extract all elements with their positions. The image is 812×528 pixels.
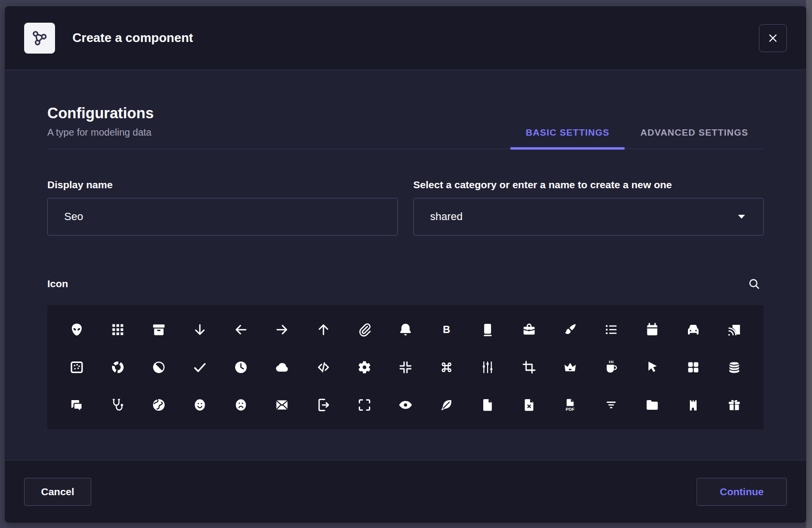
arrow-right-icon[interactable] <box>274 321 290 338</box>
emotion-happy-icon[interactable] <box>192 397 208 413</box>
bullet-list-icon[interactable] <box>603 321 619 338</box>
gift-icon[interactable] <box>726 397 742 413</box>
check-icon[interactable] <box>192 359 208 375</box>
category-label: Select a category or enter a name to cre… <box>413 179 764 191</box>
emotion-unhappy-icon[interactable] <box>233 397 249 413</box>
archive-icon[interactable] <box>151 321 167 338</box>
filter-icon[interactable] <box>603 397 619 413</box>
close-icon <box>767 32 779 44</box>
form-row: Display name Select a category or enter … <box>47 179 764 236</box>
display-name-label: Display name <box>47 179 398 191</box>
calendar-icon[interactable] <box>644 321 660 338</box>
apps-icon[interactable] <box>110 321 126 338</box>
svg-text:B: B <box>443 324 450 335</box>
chart-circle-icon[interactable] <box>110 359 126 375</box>
section-head: Configurations A type for modeling data … <box>47 70 764 149</box>
cup-icon[interactable] <box>603 359 619 375</box>
database-icon[interactable] <box>726 359 742 375</box>
cast-icon[interactable] <box>726 321 742 338</box>
cloud-icon[interactable] <box>274 359 290 375</box>
collapse-icon[interactable] <box>397 359 414 375</box>
arrow-up-icon[interactable] <box>315 321 332 338</box>
crop-icon[interactable] <box>521 359 537 375</box>
display-name-input[interactable] <box>47 198 398 236</box>
folder-icon[interactable] <box>644 397 660 413</box>
modal-body: Configurations A type for modeling data … <box>5 70 806 460</box>
icon-grid: BPDF <box>47 305 764 430</box>
attachment-icon[interactable] <box>356 321 373 338</box>
continue-button[interactable]: Continue <box>697 478 787 506</box>
close-button[interactable] <box>759 24 787 52</box>
file-error-icon[interactable] <box>521 397 537 413</box>
chart-pie-icon[interactable] <box>151 359 167 375</box>
book-icon[interactable] <box>479 321 496 338</box>
car-icon[interactable] <box>685 321 701 338</box>
brush-icon[interactable] <box>562 321 578 338</box>
dashboard-icon[interactable] <box>685 359 701 375</box>
file-pdf-icon[interactable]: PDF <box>562 397 578 413</box>
alien-icon[interactable] <box>69 321 85 338</box>
arrow-down-icon[interactable] <box>192 321 208 338</box>
tab-basic-settings[interactable]: BASIC SETTINGS <box>510 127 625 149</box>
icon-section: Icon BPDF <box>47 274 764 430</box>
search-icon <box>747 277 761 291</box>
icon-label: Icon <box>47 278 68 290</box>
eye-icon[interactable] <box>397 397 414 413</box>
briefcase-icon[interactable] <box>521 321 537 338</box>
feather-icon[interactable] <box>438 397 455 413</box>
section-titles: Configurations A type for modeling data <box>47 105 154 149</box>
arrow-left-icon[interactable] <box>233 321 249 338</box>
background-page-edge <box>806 0 812 528</box>
code-icon[interactable] <box>315 359 332 375</box>
bold-icon[interactable]: B <box>438 321 455 338</box>
svg-text:PDF: PDF <box>565 407 574 412</box>
command-icon[interactable] <box>438 359 455 375</box>
clock-icon[interactable] <box>233 359 249 375</box>
cursor-icon[interactable] <box>644 359 660 375</box>
create-component-modal: Create a component Configurations A type… <box>5 6 806 523</box>
crown-icon[interactable] <box>562 359 578 375</box>
earth-icon[interactable] <box>151 397 167 413</box>
gate-icon[interactable] <box>685 397 701 413</box>
icon-search-button[interactable] <box>744 274 764 293</box>
chart-bubble-icon[interactable] <box>69 359 85 375</box>
tab-advanced-settings[interactable]: ADVANCED SETTINGS <box>625 127 764 149</box>
category-field: Select a category or enter a name to cre… <box>413 179 764 236</box>
discuss-icon[interactable] <box>69 397 85 413</box>
modal-footer: Cancel Continue <box>5 460 806 523</box>
sliders-icon[interactable] <box>479 359 496 375</box>
category-select[interactable]: shared <box>413 198 764 236</box>
category-select-value: shared <box>430 210 462 223</box>
display-name-field: Display name <box>47 179 398 236</box>
expand-icon[interactable] <box>356 397 373 413</box>
page-subtitle: A type for modeling data <box>47 127 154 138</box>
component-icon <box>24 23 55 54</box>
modal-title: Create a component <box>72 30 193 45</box>
cancel-button[interactable]: Cancel <box>24 478 91 506</box>
chevron-down-icon <box>736 211 747 222</box>
file-icon[interactable] <box>479 397 496 413</box>
tabs: BASIC SETTINGS ADVANCED SETTINGS <box>510 127 764 149</box>
envelop-icon[interactable] <box>274 397 290 413</box>
modal-header: Create a component <box>5 6 806 70</box>
cog-icon[interactable] <box>356 359 373 375</box>
icon-section-head: Icon <box>47 274 764 293</box>
bell-icon[interactable] <box>397 321 414 338</box>
doctor-icon[interactable] <box>110 397 126 413</box>
exit-icon[interactable] <box>315 397 332 413</box>
page-title: Configurations <box>47 105 154 122</box>
